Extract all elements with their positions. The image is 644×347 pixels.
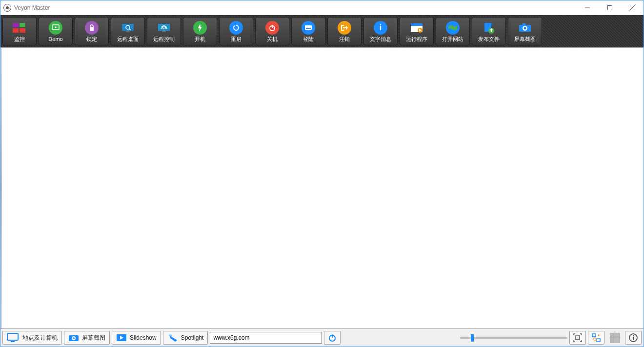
screenshots-panel-button[interactable]: 屏幕截图 <box>64 331 110 345</box>
info-icon <box>628 333 638 343</box>
svg-rect-5 <box>20 23 25 27</box>
remote-desktop-icon <box>121 21 135 35</box>
svg-rect-27 <box>411 23 423 26</box>
svg-point-47 <box>169 334 172 336</box>
slideshow-icon <box>116 334 127 342</box>
toolbar-label: 远程桌面 <box>117 37 139 42</box>
spotlight-icon <box>167 333 178 342</box>
text-message-icon: i <box>374 21 387 35</box>
zoom-slider[interactable] <box>460 331 567 345</box>
panel-button-label: Spotlight <box>181 334 204 341</box>
svg-rect-50 <box>576 336 580 340</box>
monitor-button[interactable]: 监控 <box>2 17 37 45</box>
toolbar-label: 运行程序 <box>406 37 427 42</box>
info-button[interactable] <box>625 331 642 345</box>
svg-marker-9 <box>55 26 57 28</box>
svg-rect-55 <box>633 337 634 340</box>
svg-rect-6 <box>13 28 19 33</box>
svg-rect-23 <box>306 28 311 29</box>
toolbar-label: 发布文件 <box>478 37 500 42</box>
power-session-button[interactable] <box>324 331 341 345</box>
monitor-icon <box>13 21 26 35</box>
svg-point-17 <box>163 28 165 29</box>
grid-icon <box>610 333 620 343</box>
slider-thumb[interactable] <box>471 334 474 342</box>
slideshow-panel-button[interactable]: Slideshow <box>112 331 161 345</box>
reboot-icon <box>229 21 243 35</box>
svg-rect-51 <box>592 334 596 337</box>
power-off-icon <box>265 21 279 35</box>
demo-button[interactable]: Demo <box>39 17 73 45</box>
bottom-toolbar: 地点及计算机 屏幕截图 Slideshow Spotlight <box>0 329 644 347</box>
auto-arrange-button[interactable] <box>588 331 604 345</box>
toolbar-label: 监控 <box>14 37 25 42</box>
close-button[interactable] <box>621 0 644 15</box>
locations-panel-button[interactable]: 地点及计算机 <box>2 331 62 345</box>
svg-rect-40 <box>7 333 18 340</box>
minimize-button[interactable] <box>576 0 599 15</box>
app-title: Veyon Master <box>14 4 50 11</box>
login-icon <box>302 21 315 35</box>
grid-view-button[interactable] <box>606 331 623 345</box>
svg-rect-11 <box>122 24 134 31</box>
titlebar: Veyon Master <box>0 0 644 15</box>
close-icon <box>630 5 635 10</box>
svg-rect-1 <box>608 5 612 10</box>
toolbar-label: 打开网站 <box>442 37 463 42</box>
power-off-button[interactable]: 关机 <box>255 17 289 45</box>
toolbar-label: 锁定 <box>86 37 97 42</box>
lock-icon <box>85 21 99 35</box>
camera-small-icon <box>68 334 79 342</box>
svg-marker-25 <box>346 26 348 30</box>
publish-file-button[interactable]: 发布文件 <box>472 17 506 45</box>
svg-rect-16 <box>162 31 166 32</box>
arrange-icon <box>591 333 601 343</box>
lock-button[interactable]: 锁定 <box>75 17 109 45</box>
app-window: Veyon Master 监控 Demo <box>0 0 644 347</box>
remote-desktop-button[interactable]: 远程桌面 <box>111 17 145 45</box>
power-on-icon <box>193 21 207 35</box>
reboot-button[interactable]: 重启 <box>219 17 253 45</box>
minimize-icon <box>585 5 590 10</box>
run-program-button[interactable]: 运行程序 <box>400 17 434 45</box>
svg-rect-52 <box>597 339 600 342</box>
login-button[interactable]: 登陆 <box>291 17 325 45</box>
remote-control-button[interactable]: 远程控制 <box>147 17 181 45</box>
toolbar-label: 屏幕截图 <box>514 37 536 42</box>
toolbar-label: 关机 <box>267 37 278 42</box>
maximize-button[interactable] <box>599 0 621 15</box>
logout-button[interactable]: 注销 <box>327 17 362 45</box>
panel-button-label: 地点及计算机 <box>22 334 58 342</box>
main-content-area <box>0 47 644 329</box>
demo-icon <box>49 21 62 35</box>
url-input[interactable] <box>210 332 322 344</box>
toolbar-label: 开机 <box>195 37 205 42</box>
toolbar-label: 登陆 <box>303 37 314 42</box>
fit-view-button[interactable] <box>569 331 586 345</box>
svg-point-44 <box>73 337 75 339</box>
main-toolbar: 监控 Demo 锁定 远程桌面 远程控制 <box>0 15 644 47</box>
spotlight-panel-button[interactable]: Spotlight <box>163 331 208 345</box>
open-website-button[interactable]: 打开网站 <box>436 17 470 45</box>
svg-rect-4 <box>13 23 19 27</box>
globe-icon <box>446 21 460 35</box>
svg-marker-18 <box>198 24 202 32</box>
text-message-button[interactable]: i 文字消息 <box>363 17 398 45</box>
svg-rect-10 <box>90 27 94 31</box>
slider-track <box>460 337 567 339</box>
svg-point-54 <box>633 335 634 336</box>
power-icon <box>328 333 337 342</box>
logout-icon <box>338 21 351 35</box>
fit-icon <box>573 333 583 343</box>
app-icon <box>3 4 11 12</box>
screenshot-button[interactable]: 屏幕截图 <box>508 17 542 45</box>
toolbar-label: 注销 <box>339 37 350 42</box>
toolbar-label: 文字消息 <box>370 37 391 42</box>
camera-icon <box>518 21 532 35</box>
power-on-button[interactable]: 开机 <box>183 17 217 45</box>
run-program-icon <box>410 21 423 35</box>
toolbar-label: 重启 <box>231 37 242 42</box>
svg-rect-12 <box>126 31 130 32</box>
remote-control-icon <box>157 21 171 35</box>
toolbar-label: Demo <box>48 37 62 42</box>
